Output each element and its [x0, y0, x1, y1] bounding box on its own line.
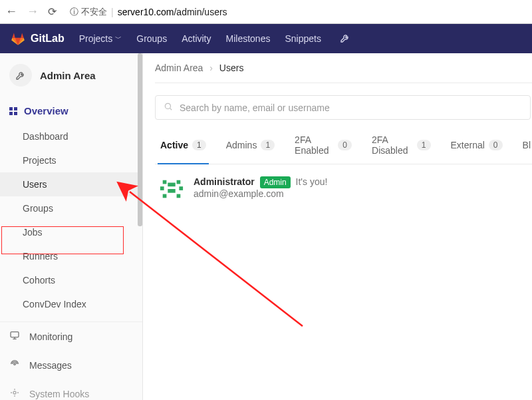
search-icon	[164, 102, 173, 113]
global-nav: GitLab Projects ﹀ Groups Activity Milest…	[0, 24, 532, 53]
tab-admins[interactable]: Admins1	[225, 134, 276, 164]
sidebar-item-monitoring[interactable]: Monitoring	[0, 322, 142, 351]
search-placeholder: Search by name, email or username	[180, 102, 330, 113]
tab-2fa-disabled[interactable]: 2FA Disabled1	[370, 134, 432, 164]
search-input[interactable]: Search by name, email or username	[155, 95, 531, 120]
wrench-icon	[15, 70, 26, 81]
sidebar-item-runners[interactable]: Runners	[0, 244, 142, 268]
forward-button[interactable]: →	[27, 5, 39, 19]
svg-rect-14	[168, 189, 172, 193]
svg-rect-16	[163, 194, 167, 198]
svg-rect-11	[172, 183, 176, 187]
gitlab-icon	[11, 31, 25, 46]
main-content: Admin Area › Users Search by name, email…	[143, 53, 532, 400]
monitor-icon	[9, 330, 21, 343]
sidebar-item-messages[interactable]: Messages	[0, 351, 142, 379]
its-you-label: It's you!	[296, 176, 328, 187]
nav-projects[interactable]: Projects ﹀	[79, 33, 122, 44]
svg-point-5	[165, 103, 170, 108]
sidebar-item-cohorts[interactable]: Cohorts	[0, 268, 142, 292]
tab-external[interactable]: External0	[450, 134, 504, 164]
tab-2fa-enabled[interactable]: 2FA Enabled0	[293, 134, 353, 164]
brand-name: GitLab	[31, 33, 65, 45]
svg-line-6	[170, 108, 172, 110]
admin-wrench-icon[interactable]	[340, 33, 350, 45]
url-text: server10.com/admin/users	[118, 7, 227, 17]
breadcrumb-current: Users	[219, 63, 244, 73]
sidebar-item-groups[interactable]: Groups	[0, 196, 142, 220]
sidebar: Admin Area Overview Dashboard Projects U…	[0, 53, 143, 400]
sidebar-item-projects[interactable]: Projects	[0, 148, 142, 172]
user-tabs: Active1 Admins1 2FA Enabled0 2FA Disable…	[155, 120, 532, 164]
svg-rect-8	[163, 180, 167, 184]
sidebar-item-label: Messages	[29, 360, 72, 371]
svg-rect-15	[172, 189, 176, 193]
sidebar-item-convdev[interactable]: ConvDev Index	[0, 292, 142, 316]
sidebar-section-label: Overview	[24, 105, 68, 116]
nav-snippets[interactable]: Snippets	[285, 33, 321, 44]
sidebar-item-dashboard[interactable]: Dashboard	[0, 124, 142, 148]
breadcrumb: Admin Area › Users	[155, 53, 532, 83]
admin-avatar	[9, 64, 32, 87]
svg-rect-12	[160, 186, 164, 190]
nav-groups[interactable]: Groups	[136, 33, 167, 44]
svg-rect-9	[177, 180, 181, 184]
insecure-label: 不安全	[81, 6, 107, 18]
sidebar-item-jobs[interactable]: Jobs	[0, 220, 142, 244]
svg-rect-17	[177, 194, 181, 198]
admin-badge: Admin	[260, 176, 291, 188]
svg-rect-0	[11, 332, 19, 337]
broadcast-icon	[9, 359, 21, 371]
info-icon: ⓘ	[70, 6, 78, 18]
sidebar-item-label: Monitoring	[29, 331, 72, 342]
reload-button[interactable]: ⟳	[48, 5, 57, 18]
breadcrumb-root[interactable]: Admin Area	[155, 63, 203, 73]
svg-point-3	[14, 363, 16, 365]
user-email: admin@example.com	[194, 188, 327, 199]
sidebar-item-system-hooks[interactable]: System Hooks	[0, 379, 142, 400]
svg-rect-10	[168, 183, 172, 187]
nav-milestones[interactable]: Milestones	[226, 33, 271, 44]
chevron-down-icon: ﹀	[115, 34, 122, 43]
insecure-indicator: ⓘ 不安全	[70, 6, 107, 18]
back-button[interactable]: ←	[5, 5, 17, 19]
grid-icon	[9, 107, 17, 115]
user-list-item[interactable]: Administrator Admin It's you! admin@exam…	[155, 164, 532, 202]
tab-blocked[interactable]: Bl	[521, 134, 532, 164]
user-name[interactable]: Administrator	[194, 176, 255, 187]
sidebar-scrollbar[interactable]	[138, 53, 142, 226]
user-identicon	[159, 176, 184, 202]
sidebar-item-label: System Hooks	[29, 389, 89, 399]
hook-icon	[9, 387, 21, 400]
tab-active[interactable]: Active1	[159, 134, 207, 164]
sidebar-title: Admin Area	[40, 70, 96, 81]
svg-point-4	[13, 391, 16, 394]
nav-activity[interactable]: Activity	[182, 33, 211, 44]
browser-toolbar: ← → ⟳ ⓘ 不安全 | server10.com/admin/users	[0, 0, 532, 24]
chevron-right-icon: ›	[209, 63, 213, 73]
sidebar-section-overview[interactable]: Overview	[0, 99, 142, 123]
address-bar[interactable]: ⓘ 不安全 | server10.com/admin/users	[65, 3, 527, 21]
gitlab-logo[interactable]: GitLab	[11, 31, 65, 46]
sidebar-item-users[interactable]: Users	[0, 172, 142, 196]
svg-rect-13	[179, 186, 183, 190]
